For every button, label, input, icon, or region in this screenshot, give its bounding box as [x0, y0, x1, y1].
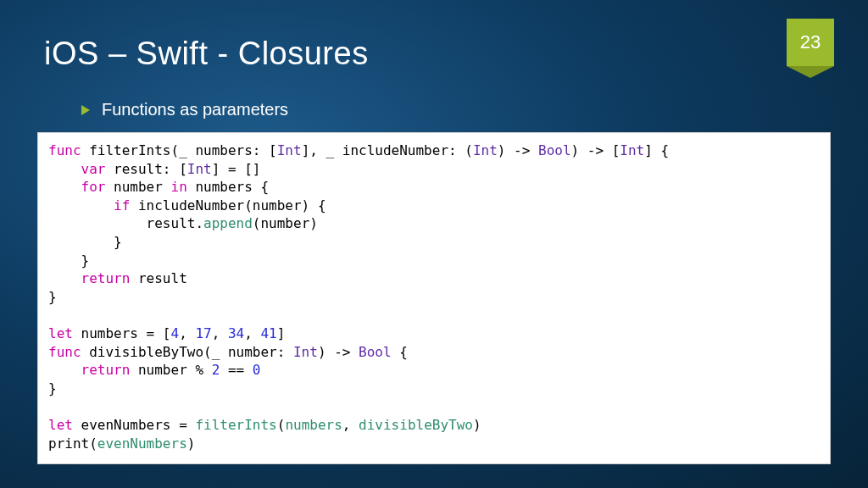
code-text: ] {: [644, 142, 669, 158]
code-text: divisibleByTwo(_ number:: [81, 344, 293, 360]
code-text: result: [130, 270, 186, 286]
code-text: ) -> [: [571, 142, 620, 158]
slide: 23 iOS – Swift - Closures Functions as p…: [0, 0, 868, 488]
code-text: numbers = [: [73, 325, 171, 341]
code-text: filterInts(_ numbers: [: [81, 142, 277, 158]
paren: ): [473, 417, 481, 433]
kw-func: func: [48, 344, 81, 360]
num-literal: 41: [260, 325, 276, 341]
code-text: ) ->: [318, 344, 359, 360]
code-text: (number): [253, 215, 318, 231]
code-text: ) ->: [498, 142, 538, 158]
page-number-badge: 23: [787, 19, 834, 66]
id-divisiblebytwo: divisibleByTwo: [359, 417, 473, 433]
page-number: 23: [800, 31, 821, 53]
kw-let: let: [48, 417, 73, 433]
num-literal: 34: [228, 325, 244, 341]
code-text: number %: [130, 362, 211, 378]
comma: ,: [342, 417, 359, 433]
indent: [48, 270, 81, 286]
type-int: Int: [293, 344, 318, 360]
num-literal: 0: [253, 362, 261, 378]
comma: ,: [244, 325, 260, 341]
triangle-bullet-icon: [81, 105, 90, 115]
kw-func: func: [48, 142, 81, 158]
kw-return: return: [81, 362, 131, 378]
type-int: Int: [277, 142, 302, 158]
code-text: ], _ includeNumber: (: [302, 142, 473, 158]
code-text: }: [48, 289, 57, 305]
slide-title: iOS – Swift - Closures: [44, 36, 369, 72]
fn-append: append: [203, 215, 253, 231]
code-text: {: [392, 344, 408, 360]
code-text: ] = []: [212, 161, 261, 177]
paren: (: [277, 417, 286, 433]
kw-return: return: [81, 270, 131, 286]
type-bool: Bool: [359, 344, 392, 360]
indent: [48, 197, 114, 214]
bullet-text: Functions as parameters: [102, 100, 288, 119]
num-literal: 4: [171, 325, 180, 341]
code-text: evenNumbers =: [73, 417, 196, 433]
code-text: ): [187, 435, 196, 452]
code-text: ==: [220, 362, 253, 378]
indent: [48, 179, 81, 195]
type-int: Int: [620, 142, 644, 158]
code-text: result.: [48, 215, 203, 231]
num-literal: 2: [212, 362, 220, 378]
kw-in: in: [171, 179, 187, 195]
indent: [48, 161, 81, 177]
indent: [48, 362, 81, 378]
id-evennumbers: evenNumbers: [97, 435, 187, 452]
type-int: Int: [473, 142, 498, 158]
id-filterints: filterInts: [195, 417, 276, 433]
kw-let: let: [48, 325, 73, 341]
kw-if: if: [114, 197, 130, 214]
code-text: }: [48, 234, 122, 250]
code-text: }: [48, 380, 57, 396]
code-block: func filterInts(_ numbers: [Int], _ incl…: [37, 132, 831, 464]
comma: ,: [179, 325, 195, 341]
code-text: result: [: [105, 161, 186, 177]
code-text: }: [48, 252, 89, 269]
bullet-row: Functions as parameters: [81, 100, 288, 119]
code-text: number: [105, 179, 170, 195]
id-numbers: numbers: [285, 417, 342, 433]
code-text: includeNumber(number) {: [130, 197, 326, 214]
type-bool: Bool: [538, 142, 571, 158]
code-text: print(: [48, 435, 97, 452]
num-literal: 17: [195, 325, 211, 341]
comma: ,: [212, 325, 228, 341]
code-text: ]: [277, 325, 286, 341]
type-int: Int: [187, 161, 212, 177]
code-text: numbers {: [187, 179, 269, 195]
kw-for: for: [81, 179, 106, 195]
kw-var: var: [81, 161, 106, 177]
